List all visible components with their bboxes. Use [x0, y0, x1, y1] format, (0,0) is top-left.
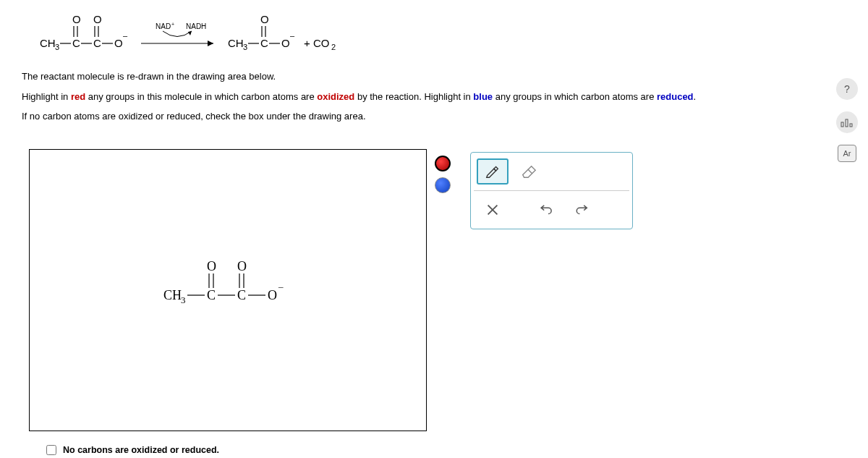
side-icon-column: ? Ar — [835, 78, 859, 162]
svg-text:O: O — [114, 37, 123, 49]
svg-text:C: C — [93, 37, 101, 49]
instructions-block: The reactant molecule is re-drawn in the… — [22, 69, 817, 130]
instruction-line-1: The reactant molecule is re-drawn in the… — [22, 69, 817, 84]
drawing-canvas[interactable]: CH 3 C O C O O – — [29, 149, 427, 431]
svg-text:O: O — [93, 13, 102, 25]
svg-text:O: O — [237, 259, 247, 273]
highlighter-tool[interactable] — [477, 158, 509, 185]
reaction-scheme: CH 3 C O C O O – NAD + NADH CH 3 C O O –… — [22, 7, 456, 58]
svg-text:O: O — [281, 37, 290, 49]
svg-rect-50 — [841, 122, 843, 127]
svg-text:3: 3 — [55, 43, 59, 51]
svg-marker-20 — [208, 41, 213, 46]
svg-text:O: O — [72, 13, 81, 25]
red-highlight-swatch[interactable] — [435, 156, 451, 171]
svg-text:CH: CH — [40, 37, 56, 49]
stats-icon[interactable] — [836, 111, 858, 133]
svg-text:NADH: NADH — [186, 22, 206, 30]
svg-text:C: C — [207, 288, 216, 302]
blue-highlight-swatch[interactable] — [435, 177, 451, 193]
redo-tool[interactable] — [566, 197, 598, 223]
color-picker — [433, 156, 453, 193]
svg-text:–: – — [278, 281, 284, 292]
svg-text:–: – — [123, 31, 128, 40]
svg-text:–: – — [290, 31, 295, 40]
help-icon[interactable]: ? — [836, 78, 858, 100]
svg-text:O: O — [260, 13, 269, 25]
no-oxidation-checkbox[interactable] — [46, 445, 56, 455]
eraser-tool[interactable] — [513, 158, 545, 185]
svg-text:CH: CH — [163, 288, 182, 302]
svg-text:C: C — [260, 37, 268, 49]
svg-rect-51 — [846, 119, 848, 127]
svg-text:C: C — [237, 288, 246, 302]
svg-text:NAD: NAD — [156, 22, 171, 30]
svg-text:2: 2 — [331, 43, 336, 51]
reactant-molecule-drawing[interactable]: CH 3 C O C O O – — [160, 255, 319, 313]
svg-text:3: 3 — [181, 294, 186, 305]
no-oxidation-label: No carbons are oxidized or reduced. — [63, 445, 219, 455]
svg-text:+ CO: + CO — [304, 37, 329, 49]
instruction-line-3: If no carbon atoms are oxidized or reduc… — [22, 109, 817, 124]
svg-rect-52 — [850, 124, 852, 127]
svg-text:CH: CH — [228, 37, 244, 49]
periodic-table-icon[interactable]: Ar — [838, 145, 856, 162]
no-change-checkbox-row: No carbons are oxidized or reduced. — [43, 443, 219, 457]
svg-text:3: 3 — [243, 43, 247, 51]
instruction-line-2: Highlight in red any groups in this mole… — [22, 90, 817, 104]
svg-text:+: + — [171, 22, 174, 27]
clear-tool[interactable] — [477, 197, 509, 223]
svg-text:C: C — [72, 37, 80, 49]
svg-text:O: O — [207, 259, 216, 273]
drawing-toolbar — [470, 152, 633, 229]
undo-tool[interactable] — [530, 197, 562, 223]
svg-text:O: O — [268, 288, 277, 302]
